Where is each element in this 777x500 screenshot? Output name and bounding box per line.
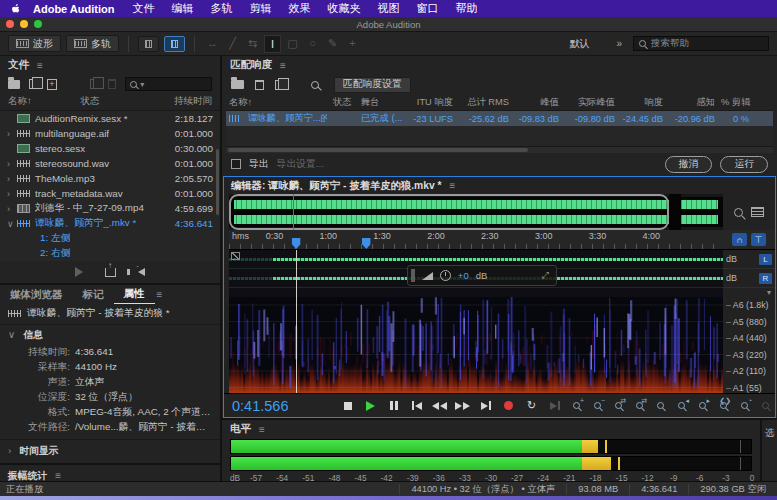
zoom-reset-button[interactable] [652,399,669,413]
play-button[interactable] [361,398,380,413]
menu-item-多轨[interactable]: 多轨 [210,1,232,16]
levels-menu-icon[interactable]: ≡ [259,424,265,435]
ml-column-2[interactable]: 舞台 [358,95,402,110]
razor-tool-icon[interactable]: ╱ [224,35,241,53]
file-row[interactable]: ›刘德华 - 中_7-27-09.mp44:59.699 [0,201,220,216]
zoom-out-time-button[interactable]: ⇄ [631,399,648,413]
editor-menu-icon[interactable]: ≡ [450,180,456,191]
window-title-bar[interactable]: Adobe Audition [0,17,777,32]
files-search-input[interactable]: ▾ [125,77,212,91]
file-row[interactable]: ›track_metadata.wav0:01.000 [0,186,220,201]
open-file-icon[interactable] [8,80,20,89]
hud-grip[interactable] [411,269,415,282]
expander-icon[interactable]: › [7,204,17,214]
marker-pin-icon[interactable]: ⊤ [751,233,766,246]
scale-caret-icon[interactable]: ▾ [723,288,775,297]
ml-column-5[interactable]: 峰值 [512,95,562,110]
collapsed-selection-view-panel[interactable]: 选 [760,420,777,481]
multitrack-view-button[interactable]: 多轨 [66,35,119,52]
column-status[interactable]: 状态 [80,95,99,108]
file-row[interactable]: AuditionRemix.sesx *2:18.127 [0,111,220,126]
ffwd-button[interactable] [453,398,472,413]
zoom-out-button[interactable]: − [589,399,606,413]
time-display-section[interactable]: › 时间显示 [0,439,220,463]
paintbrush-tool-icon[interactable]: ✎ [324,35,341,53]
undo-button[interactable]: 撤消 [665,156,713,173]
ml-column-9[interactable]: % 剪辑 [718,95,752,110]
prev-button[interactable] [407,398,426,413]
file-child-row[interactable]: 1: 左侧 [0,231,220,246]
loop-button[interactable]: ↻ [522,398,541,413]
waveform-overview[interactable] [229,194,723,230]
hud-volume-knob[interactable] [440,270,451,281]
expander-icon[interactable]: › [7,129,17,139]
match-loudness-settings-button[interactable]: 匹配响度设置 [334,77,411,93]
menu-item-剪辑[interactable]: 剪辑 [249,1,271,16]
playhead-time-display[interactable]: 0:41.566 [232,398,318,414]
run-button[interactable]: 运行 [720,156,768,173]
menu-app-name[interactable]: Adobe Audition [33,3,114,15]
file-child-row[interactable]: 2: 右侧 [0,246,220,261]
menu-item-收藏夹[interactable]: 收藏夹 [327,1,360,16]
spectral-pitch-toggle[interactable] [164,36,185,52]
ml-column-0[interactable]: 名称↑ [226,95,330,110]
match-loudness-row[interactable]: 谭咏麟、顾芮宁...的狼.mkv *已完成 (...-23 LUFS-25.62… [226,110,773,126]
tab-标记[interactable]: 标记 [73,285,114,304]
new-file-icon[interactable]: + [47,79,57,90]
auto-play-speaker-icon[interactable] [138,268,145,276]
lasso-selection-tool-icon[interactable]: ○ [304,35,321,53]
stop-button[interactable] [338,398,357,413]
overview-zoom-frame[interactable] [229,194,669,230]
ml-column-4[interactable]: 总计 RMS [456,95,512,110]
waveform-view-button[interactable]: 波形 [8,35,61,52]
tab-属性[interactable]: 属性 [114,284,155,304]
move-tool-icon[interactable]: ↔ [204,35,221,53]
volume-hud[interactable]: +0 dB ⤢ [407,265,557,286]
spectral-frequency-toggle[interactable] [138,36,159,52]
ml-scan-icon[interactable] [311,81,319,89]
expander-icon[interactable]: ∨ [7,219,17,229]
file-row[interactable]: stereo.sesx0:30.000 [0,141,220,156]
display-layout-icon[interactable] [751,207,764,217]
channel-waveform-area[interactable]: +0 dB ⤢ [229,250,723,297]
zoom-in-button[interactable]: + [568,399,585,413]
match-loudness-scrollbar[interactable] [226,146,773,153]
export-checkbox[interactable] [231,159,241,169]
time-selection-tool-icon[interactable]: I [264,35,281,53]
left-channel-badge[interactable]: L [759,254,772,265]
column-duration[interactable]: 持续时间 [174,95,212,108]
ml-column-1[interactable]: 状态 [330,95,358,110]
expander-icon[interactable]: › [7,189,17,199]
ml-column-7[interactable]: 响度 [618,95,666,110]
hud-pin-icon[interactable]: ⤢ [542,270,549,281]
ml-column-8[interactable]: 感知 [666,95,718,110]
file-row[interactable]: ›TheMole.mp32:05.570 [0,171,220,186]
slip-tool-icon[interactable]: ⇆ [244,35,261,53]
preview-play-icon[interactable] [75,267,83,277]
menu-item-视图[interactable]: 视图 [377,1,399,16]
menu-item-帮助[interactable]: 帮助 [455,1,477,16]
time-display-expander-icon[interactable]: › [8,445,11,458]
ml-column-6[interactable]: 实际峰值 [562,95,618,110]
files-panel-menu-icon[interactable]: ≡ [37,60,43,71]
expander-icon[interactable]: › [7,159,17,169]
record-button[interactable] [499,398,518,413]
spectral-pitch-display[interactable] [229,297,723,393]
open-in-icon[interactable] [105,268,116,277]
zoom-in-time-button[interactable]: ⇄ [610,399,627,413]
next-button[interactable] [476,398,495,413]
file-row[interactable]: ›stereosound.wav0:01.000 [0,156,220,171]
info-expander-icon[interactable]: ∨ [8,329,15,342]
menu-item-效果[interactable]: 效果 [288,1,310,16]
help-search-input[interactable]: 搜索帮助 [633,36,769,51]
zoom-navigate-icon[interactable] [734,208,743,217]
rew-button[interactable] [430,398,449,413]
info-section-header[interactable]: ∨ 信息 [0,325,220,345]
expander-icon[interactable]: › [7,174,17,184]
zoom-selection-button[interactable]: ❮❯ [715,399,732,413]
hud-fade-icon[interactable] [422,272,433,280]
timeline-ruler[interactable]: hms 0:301:001:302:002:303:003:304:00 [229,230,723,250]
zoom-in-right-button[interactable]: ▸ [694,399,711,413]
file-row[interactable]: ›multilanguage.aif0:01.000 [0,126,220,141]
tab-媒体浏览器[interactable]: 媒体浏览器 [0,285,73,304]
